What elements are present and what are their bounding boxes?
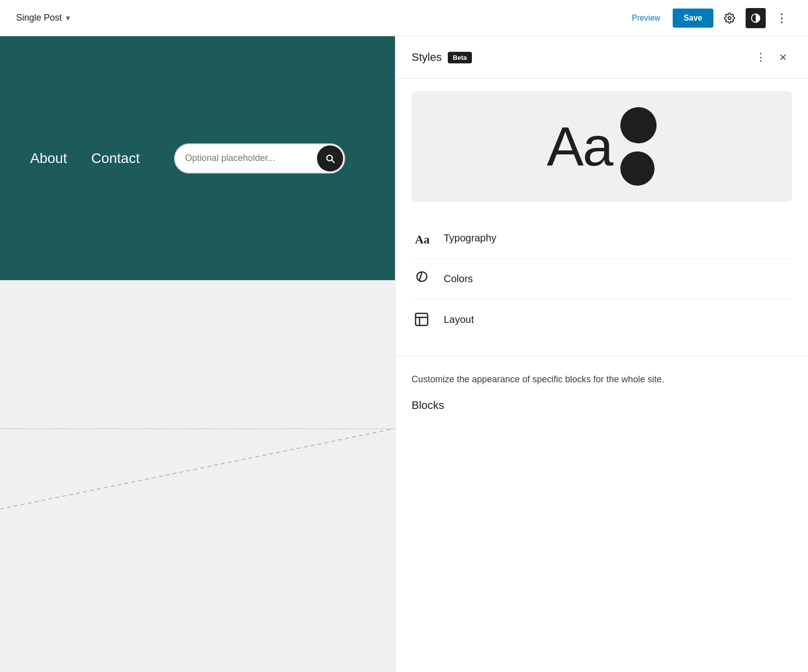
settings-button[interactable] <box>719 8 740 28</box>
dashed-diagonal-svg <box>0 429 395 509</box>
panel-ellipsis-icon: ⋮ <box>755 51 767 64</box>
style-options: Aa Typography Colors <box>395 214 808 356</box>
panel-header-left: Styles Beta <box>412 51 472 64</box>
chevron-down-icon: ▾ <box>66 13 70 23</box>
ellipsis-icon: ⋮ <box>776 11 788 25</box>
colors-option[interactable]: Colors <box>412 259 792 299</box>
svg-line-2 <box>0 429 395 509</box>
close-icon: ✕ <box>779 51 787 63</box>
layout-icon-container <box>412 309 432 329</box>
canvas-nav: About Contact <box>0 36 395 280</box>
svg-rect-4 <box>416 313 428 325</box>
svg-text:Aa: Aa <box>415 233 430 246</box>
topbar: Single Post ▾ Preview Save ⋮ <box>0 0 808 36</box>
layout-option[interactable]: Layout <box>412 299 792 340</box>
more-options-button[interactable]: ⋮ <box>772 8 792 28</box>
blocks-label[interactable]: Blocks <box>412 399 444 411</box>
search-submit-button[interactable] <box>317 145 343 172</box>
svg-point-0 <box>728 17 731 20</box>
typography-icon: Aa <box>414 230 430 246</box>
dark-mode-button[interactable] <box>746 8 766 28</box>
panel-close-button[interactable]: ✕ <box>774 48 792 66</box>
nav-contact-link[interactable]: Contact <box>91 150 140 166</box>
layout-icon <box>414 311 430 327</box>
canvas-area: About Contact <box>0 36 395 672</box>
half-moon-icon <box>750 13 761 24</box>
colors-label: Colors <box>444 273 473 285</box>
preview-aa-text: Aa <box>547 119 613 174</box>
styles-panel: Styles Beta ⋮ ✕ Aa <box>395 36 808 672</box>
preview-dot-small <box>620 151 655 186</box>
typography-option[interactable]: Aa Typography <box>412 218 792 259</box>
topbar-left: Single Post ▾ <box>16 13 70 23</box>
colors-icon <box>414 271 430 287</box>
save-button[interactable]: Save <box>673 9 713 28</box>
search-input[interactable] <box>175 148 316 169</box>
blocks-description: Customize the appearance of specific blo… <box>412 372 792 387</box>
topbar-right: Preview Save ⋮ <box>626 8 792 28</box>
preview-dot-large <box>620 107 657 143</box>
layout-label: Layout <box>444 314 474 325</box>
search-bar <box>174 143 345 174</box>
page-title: Single Post <box>16 13 62 23</box>
panel-title: Styles <box>412 51 442 64</box>
panel-more-button[interactable]: ⋮ <box>752 48 770 66</box>
panel-header-right: ⋮ ✕ <box>752 48 792 66</box>
canvas-content <box>0 280 395 672</box>
gear-icon <box>724 13 735 24</box>
beta-badge: Beta <box>448 52 472 63</box>
nav-about-link[interactable]: About <box>30 150 67 166</box>
preview-button[interactable]: Preview <box>626 10 667 27</box>
main-layout: About Contact <box>0 36 808 672</box>
style-preview-card: Aa <box>412 91 792 202</box>
blocks-section: Customize the appearance of specific blo… <box>395 356 808 428</box>
typography-label: Typography <box>444 232 497 244</box>
colors-icon-container <box>412 269 432 289</box>
preview-dots <box>620 107 657 186</box>
dashed-diagonal-area <box>0 429 395 509</box>
panel-header: Styles Beta ⋮ ✕ <box>395 36 808 79</box>
search-icon <box>325 153 336 164</box>
typography-icon-container: Aa <box>412 228 432 248</box>
